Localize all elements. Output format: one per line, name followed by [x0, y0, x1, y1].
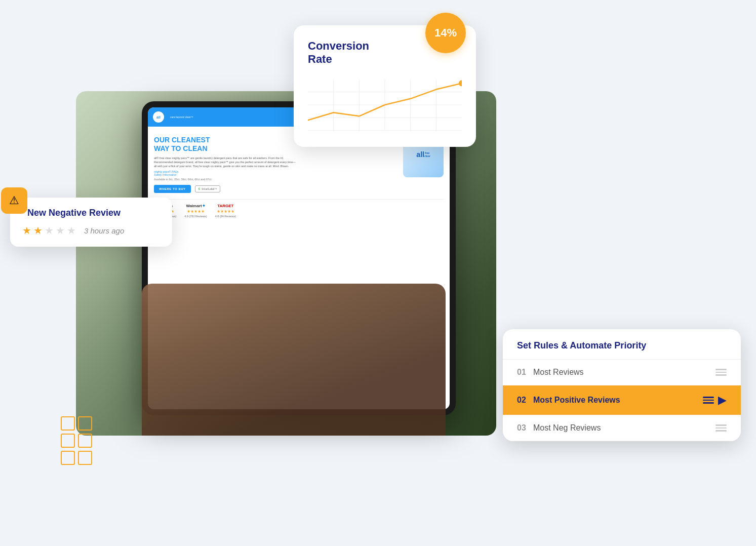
tablet-safety-link[interactable]: Safety Information [154, 173, 296, 176]
grid-square-6 [78, 451, 92, 465]
handle-line [715, 369, 727, 370]
retailer-walmart-info: 4.9 (781 Reviews) [184, 215, 207, 218]
tablet-body-text: all® free clear mighty pacs™ are gentle … [154, 156, 296, 169]
retailer-target: TARGET ★★★★★ 4.8 (84 Reviews) [215, 204, 236, 218]
chart-svg [308, 74, 462, 135]
grid-square-4 [78, 434, 92, 448]
conversion-badge: 14% [425, 13, 466, 53]
rules-handle-02[interactable] [703, 397, 714, 404]
tablet-hero-text: OUR CLEANEST WAY TO CLEAN all® free clea… [154, 132, 296, 193]
rules-card: Set Rules & Automate Priority 01 Most Re… [503, 329, 741, 441]
grid-square-2 [78, 416, 92, 431]
where-to-buy-button[interactable]: WHERE TO BUY [154, 185, 191, 193]
retailer-walmart: Walmart✦ ★★★★★ 4.9 (781 Reviews) [184, 204, 207, 218]
rules-number-01: 01 [517, 368, 533, 377]
retailer-target-name: TARGET [217, 204, 233, 208]
handle-line [715, 424, 727, 426]
rules-handle-03[interactable] [715, 424, 727, 432]
tablet-headline: OUR CLEANEST WAY TO CLEAN [154, 136, 296, 153]
star-2: ★ [33, 224, 43, 237]
star-3: ★ [45, 224, 54, 237]
review-title: New Negative Review [22, 208, 160, 218]
tablet-cta: WHERE TO BUY S SmartLabel™ [154, 185, 296, 193]
product-sublabel: freeclear [424, 151, 430, 158]
rules-row-01[interactable]: 01 Most Reviews [503, 360, 741, 385]
negative-review-card: ⚠ New Negative Review ★ ★ ★ ★ ★ 3 hours … [10, 198, 172, 247]
star-4: ★ [56, 224, 65, 237]
tablet-retailers: amazon ★★★★★ 4.9 (736 Reviews) Walmart✦ … [154, 199, 444, 218]
grid-square-5 [61, 451, 75, 465]
rules-label-01: Most Reviews [533, 368, 715, 377]
grid-decoration [61, 416, 92, 465]
handle-line [703, 400, 714, 401]
handle-line [715, 430, 727, 432]
handle-line [715, 372, 727, 373]
retailer-target-stars: ★★★★★ [217, 209, 234, 214]
rules-label-03: Most Neg Reviews [533, 423, 715, 433]
review-time: 3 hours ago [84, 226, 124, 235]
review-stars: ★ ★ ★ ★ ★ 3 hours ago [22, 224, 160, 237]
rules-label-02: Most Positive Reviews [533, 396, 703, 405]
tablet-logo: all [153, 111, 164, 123]
handle-line [715, 427, 727, 429]
handle-line [703, 397, 714, 398]
rules-number-02: 02 [517, 396, 533, 405]
rules-row-03[interactable]: 03 Most Neg Reviews [503, 415, 741, 441]
conversion-chart [308, 74, 462, 135]
cursor-icon: ▶ [718, 394, 727, 407]
star-5: ★ [67, 224, 76, 237]
handle-line [703, 402, 714, 404]
rules-title: Set Rules & Automate Priority [517, 340, 727, 351]
hands-overlay [142, 284, 446, 436]
conversion-percentage: 14% [434, 26, 457, 40]
tablet-sizes: Available in 9ct, 25ct, 39ct, 60ct, 66ct… [154, 178, 296, 181]
svg-point-9 [459, 80, 462, 86]
rules-handle-01[interactable] [715, 369, 727, 376]
rules-header: Set Rules & Automate Priority [503, 329, 741, 360]
retailer-walmart-name: Walmart✦ [186, 204, 205, 208]
retailer-walmart-stars: ★★★★★ [187, 209, 205, 214]
rules-number-03: 03 [517, 423, 533, 433]
warning-icon: ⚠ [1, 187, 27, 214]
smartlabel-badge: S SmartLabel™ [195, 185, 221, 192]
tablet-tagline: care beyond clean™ [170, 115, 193, 119]
conversion-rate-card: 14% Conversion Rate [294, 25, 476, 147]
product-label: all [416, 150, 424, 159]
handle-line [715, 374, 727, 376]
rules-row-02[interactable]: 02 Most Positive Reviews ▶ [503, 385, 741, 415]
retailer-target-info: 4.8 (84 Reviews) [215, 215, 236, 218]
star-1: ★ [22, 224, 31, 237]
grid-square-3 [61, 434, 75, 448]
grid-square-1 [61, 416, 75, 431]
